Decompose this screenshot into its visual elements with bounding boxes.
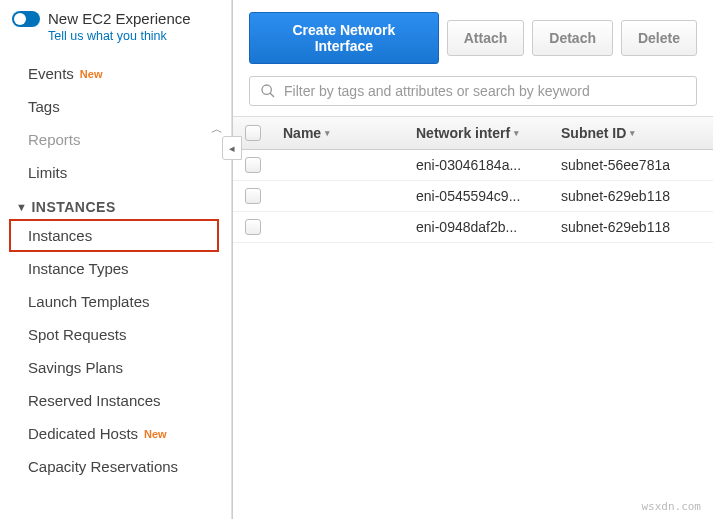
- new-experience-panel: New EC2 Experience Tell us what you thin…: [0, 0, 231, 49]
- select-all-checkbox[interactable]: [245, 125, 261, 141]
- network-interfaces-table: Name ▾ Network interf ▾ Subnet ID ▾ eni-…: [233, 116, 713, 243]
- column-label: Network interf: [416, 125, 510, 141]
- row-checkbox[interactable]: [245, 157, 261, 173]
- new-experience-toggle[interactable]: [12, 11, 40, 27]
- column-label: Subnet ID: [561, 125, 626, 141]
- search-box[interactable]: [249, 76, 697, 106]
- create-network-interface-button[interactable]: Create Network Interface: [249, 12, 439, 64]
- sort-icon: ▾: [514, 128, 519, 138]
- sidebar-item-savings-plans[interactable]: Savings Plans: [0, 351, 231, 384]
- column-header-subnet[interactable]: Subnet ID ▾: [561, 125, 701, 141]
- detach-button[interactable]: Detach: [532, 20, 613, 56]
- main-panel: Create Network Interface Attach Detach D…: [233, 0, 713, 519]
- sidebar-item-label: Limits: [28, 164, 67, 181]
- new-badge: New: [144, 428, 167, 440]
- cell-subnet: subnet-629eb118: [561, 219, 701, 235]
- sidebar-item-label: Reports: [28, 131, 81, 148]
- sidebar-item-label: Spot Requests: [28, 326, 126, 343]
- sidebar-item-label: Savings Plans: [28, 359, 123, 376]
- tell-us-link[interactable]: Tell us what you think: [48, 29, 219, 43]
- sidebar-item-label: Reserved Instances: [28, 392, 161, 409]
- sidebar-item-label: Tags: [28, 98, 60, 115]
- svg-line-1: [270, 93, 274, 97]
- scroll-up-icon[interactable]: ︿: [211, 121, 223, 138]
- collapse-sidebar-icon[interactable]: ◂: [222, 136, 242, 160]
- sidebar-item-label: Events: [28, 65, 74, 82]
- new-badge: New: [80, 68, 103, 80]
- delete-button[interactable]: Delete: [621, 20, 697, 56]
- sidebar-item-label: Instance Types: [28, 260, 129, 277]
- sidebar-item-instance-types[interactable]: Instance Types: [0, 252, 231, 285]
- search-input[interactable]: [284, 83, 686, 99]
- row-checkbox[interactable]: [245, 188, 261, 204]
- sidebar-item-label: Launch Templates: [28, 293, 149, 310]
- sort-icon: ▾: [630, 128, 635, 138]
- sidebar-item-tags[interactable]: Tags: [0, 90, 231, 123]
- sidebar: New EC2 Experience Tell us what you thin…: [0, 0, 232, 519]
- sidebar-item-label: Dedicated Hosts: [28, 425, 138, 442]
- sidebar-item-label: Instances: [28, 227, 92, 244]
- table-row[interactable]: eni-0545594c9...subnet-629eb118: [233, 181, 713, 212]
- cell-subnet: subnet-629eb118: [561, 188, 701, 204]
- sidebar-item-spot-requests[interactable]: Spot Requests: [0, 318, 231, 351]
- sidebar-item-label: Capacity Reservations: [28, 458, 178, 475]
- search-icon: [260, 83, 276, 99]
- sidebar-item-capacity-reservations[interactable]: Capacity Reservations: [0, 450, 231, 483]
- watermark: wsxdn.com: [641, 500, 701, 513]
- cell-subnet: subnet-56ee781a: [561, 157, 701, 173]
- svg-point-0: [262, 85, 271, 94]
- table-row[interactable]: eni-03046184a...subnet-56ee781a: [233, 150, 713, 181]
- nav: Events New Tags Reports Limits ▼ INSTANC…: [0, 49, 231, 493]
- column-header-network-interface[interactable]: Network interf ▾: [416, 125, 561, 141]
- sidebar-item-launch-templates[interactable]: Launch Templates: [0, 285, 231, 318]
- table-row[interactable]: eni-0948daf2b...subnet-629eb118: [233, 212, 713, 243]
- cell-network-interface: eni-0545594c9...: [416, 188, 561, 204]
- sort-icon: ▾: [325, 128, 330, 138]
- sidebar-item-dedicated-hosts[interactable]: Dedicated Hosts New: [0, 417, 231, 450]
- new-experience-label: New EC2 Experience: [48, 10, 191, 27]
- cell-network-interface: eni-0948daf2b...: [416, 219, 561, 235]
- sidebar-item-limits[interactable]: Limits: [0, 156, 231, 189]
- column-label: Name: [283, 125, 321, 141]
- cell-network-interface: eni-03046184a...: [416, 157, 561, 173]
- caret-down-icon: ▼: [16, 201, 27, 213]
- table-header: Name ▾ Network interf ▾ Subnet ID ▾: [233, 116, 713, 150]
- section-header-instances[interactable]: ▼ INSTANCES: [0, 189, 231, 219]
- row-checkbox[interactable]: [245, 219, 261, 235]
- sidebar-item-reserved-instances[interactable]: Reserved Instances: [0, 384, 231, 417]
- section-label: INSTANCES: [31, 199, 115, 215]
- splitter[interactable]: ◂: [232, 0, 233, 519]
- attach-button[interactable]: Attach: [447, 20, 525, 56]
- sidebar-item-reports[interactable]: Reports: [0, 123, 231, 156]
- sidebar-item-instances[interactable]: Instances: [9, 219, 219, 252]
- toolbar: Create Network Interface Attach Detach D…: [233, 0, 713, 76]
- column-header-name[interactable]: Name ▾: [273, 125, 416, 141]
- sidebar-item-events[interactable]: Events New: [0, 57, 231, 90]
